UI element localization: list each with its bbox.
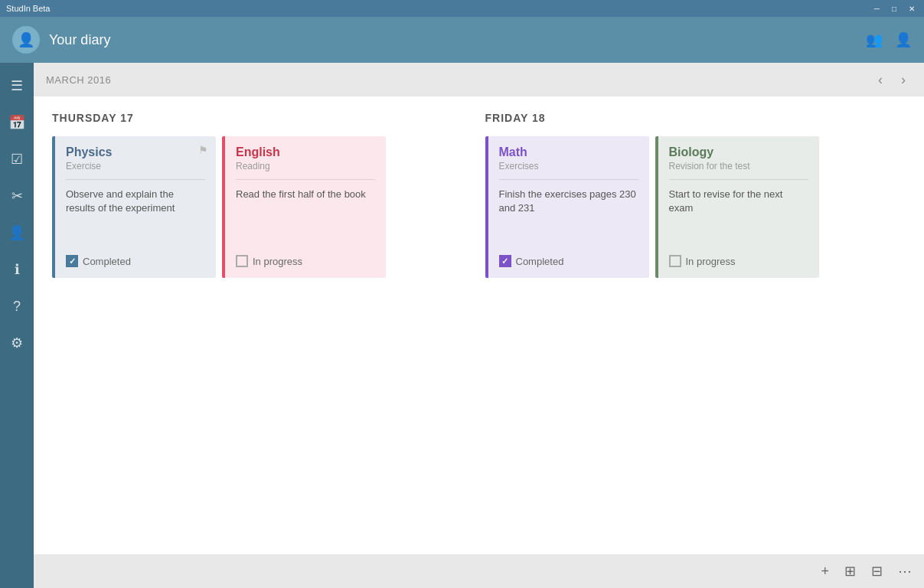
tools-icon: ✂ xyxy=(11,188,23,204)
grid-icon[interactable]: ⊞ xyxy=(844,563,856,580)
app-header: 👤 Your diary 👥 👤 xyxy=(0,17,924,63)
physics-status: ✓ Completed xyxy=(66,255,205,267)
tasks-icon: ☑ xyxy=(11,151,23,168)
math-desc: Finish the exercises pages 230 and 231 xyxy=(499,188,638,246)
biology-desc: Start to revise for the next exam xyxy=(669,188,808,246)
diary-content: THURSDAY 17 ⚑ Physics Exercise Observe a… xyxy=(34,96,924,554)
english-type: Reading xyxy=(236,161,375,172)
days-row: THURSDAY 17 ⚑ Physics Exercise Observe a… xyxy=(52,112,906,278)
english-desc: Read the first half of the book xyxy=(236,188,375,246)
friday-heading: FRIDAY 18 xyxy=(485,112,906,124)
english-card: English Reading Read the first half of t… xyxy=(222,136,386,278)
next-button[interactable]: › xyxy=(895,69,912,91)
app-body: ☰ 📅 ☑ ✂ 👤 ℹ ? ⚙ MARCH 2016 ‹ › xyxy=(0,63,924,588)
avatar-icon: 👤 xyxy=(18,31,34,48)
window-controls: ─ □ ✕ xyxy=(871,3,918,15)
prev-button[interactable]: ‹ xyxy=(872,69,889,91)
main-content: MARCH 2016 ‹ › THURSDAY 17 ⚑ Phys xyxy=(34,63,924,588)
thursday-section: THURSDAY 17 ⚑ Physics Exercise Observe a… xyxy=(52,112,473,278)
physics-subject: Physics xyxy=(66,145,205,159)
sidebar-item-help[interactable]: ? xyxy=(0,289,34,323)
physics-status-label: Completed xyxy=(83,256,131,267)
sidebar-item-tasks[interactable]: ☑ xyxy=(0,142,34,176)
friday-cards: Math Exercises Finish the exercises page… xyxy=(485,136,906,278)
math-status: ✓ Completed xyxy=(499,255,638,267)
friday-section: FRIDAY 18 Math Exercises Finish the exer… xyxy=(485,112,906,278)
sidebar-item-calendar[interactable]: 📅 xyxy=(0,106,34,139)
header-right: 👥 👤 xyxy=(866,31,912,48)
physics-card: ⚑ Physics Exercise Observe and explain t… xyxy=(52,136,216,278)
biology-card: Biology Revision for the test Start to r… xyxy=(655,136,819,278)
math-status-label: Completed xyxy=(516,256,564,267)
month-label: MARCH 2016 xyxy=(46,74,111,86)
diary-title: Your diary xyxy=(49,32,110,48)
thursday-cards: ⚑ Physics Exercise Observe and explain t… xyxy=(52,136,473,278)
biology-status-label: In progress xyxy=(686,256,736,267)
menu-icon: ☰ xyxy=(11,77,23,94)
help-icon: ? xyxy=(13,299,21,315)
sidebar-item-people[interactable]: 👤 xyxy=(0,216,34,250)
flag-icon: ⚑ xyxy=(198,144,208,156)
english-subject: English xyxy=(236,145,375,159)
close-button[interactable]: ✕ xyxy=(906,3,918,15)
contacts-icon[interactable]: 👥 xyxy=(866,31,883,48)
biology-subject: Biology xyxy=(669,145,808,159)
physics-desc: Observe and explain the results of the e… xyxy=(66,188,205,246)
sidebar-item-menu[interactable]: ☰ xyxy=(0,69,34,103)
app-title: StudIn Beta xyxy=(6,4,51,13)
check-icon: ✓ xyxy=(69,256,76,266)
nav-arrows: ‹ › xyxy=(872,69,912,91)
minimize-button[interactable]: ─ xyxy=(871,3,883,15)
english-status: In progress xyxy=(236,255,375,267)
settings-icon: ⚙ xyxy=(11,335,23,351)
layout-icon[interactable]: ⊟ xyxy=(871,563,883,580)
month-bar: MARCH 2016 ‹ › xyxy=(34,63,924,96)
sidebar-item-info[interactable]: ℹ xyxy=(0,253,34,286)
more-icon[interactable]: ⋯ xyxy=(898,563,912,580)
math-card: Math Exercises Finish the exercises page… xyxy=(485,136,649,278)
check-icon: ✓ xyxy=(501,256,508,266)
math-subject: Math xyxy=(499,145,638,159)
english-status-label: In progress xyxy=(253,256,302,267)
calendar-icon: 📅 xyxy=(8,114,25,131)
maximize-button[interactable]: □ xyxy=(889,3,900,15)
header-left: 👤 Your diary xyxy=(12,26,110,54)
sidebar: ☰ 📅 ☑ ✂ 👤 ℹ ? ⚙ xyxy=(0,63,34,588)
math-checkbox[interactable]: ✓ xyxy=(499,255,511,267)
physics-type: Exercise xyxy=(66,161,205,172)
biology-checkbox[interactable] xyxy=(669,255,681,267)
english-checkbox[interactable] xyxy=(236,255,248,267)
bottom-bar: + ⊞ ⊟ ⋯ xyxy=(34,554,924,588)
add-icon[interactable]: + xyxy=(821,564,829,580)
avatar[interactable]: 👤 xyxy=(12,26,40,54)
math-type: Exercises xyxy=(499,161,638,172)
sidebar-item-tools[interactable]: ✂ xyxy=(0,179,34,213)
people-icon: 👤 xyxy=(8,224,25,241)
sidebar-item-settings[interactable]: ⚙ xyxy=(0,326,34,360)
physics-checkbox[interactable]: ✓ xyxy=(66,255,78,267)
info-icon: ℹ xyxy=(15,261,20,278)
titlebar: StudIn Beta ─ □ ✕ xyxy=(0,0,924,17)
thursday-heading: THURSDAY 17 xyxy=(52,112,473,124)
profile-icon[interactable]: 👤 xyxy=(895,31,912,48)
biology-type: Revision for the test xyxy=(669,161,808,172)
biology-status: In progress xyxy=(669,255,808,267)
